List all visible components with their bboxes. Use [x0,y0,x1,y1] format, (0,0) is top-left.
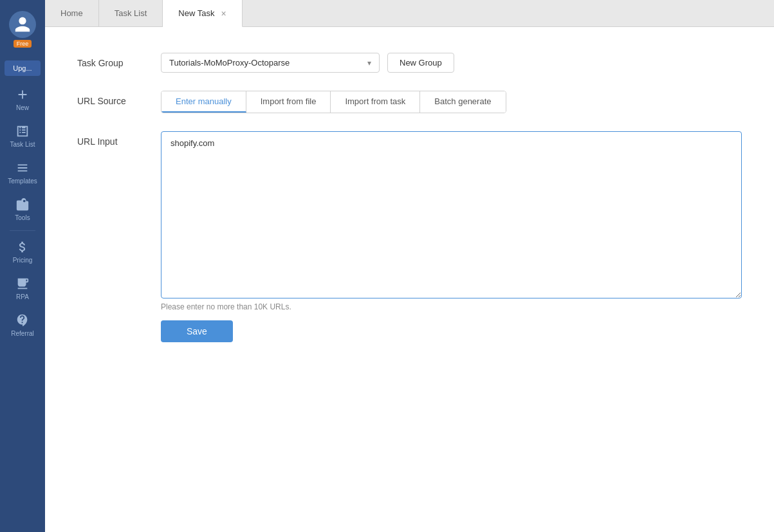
sidebar-item-tools-label: Tools [15,214,30,221]
sidebar-item-pricing-label: Pricing [13,257,33,264]
sidebar-item-tasklist[interactable]: Task List [0,118,45,154]
task-group-control: Tutorials-MoMoProxy-Octoparse ▾ New Grou… [161,53,742,73]
save-button[interactable]: Save [161,320,233,342]
new-group-button[interactable]: New Group [387,53,454,73]
templates-icon [15,161,30,175]
sidebar-item-tools[interactable]: Tools [0,191,45,228]
upgrade-button[interactable]: Upg... [5,60,41,76]
url-tab-import-task[interactable]: Import from task [331,91,420,113]
url-input-label: URL Input [77,131,161,147]
sidebar-item-rpa[interactable]: RPA [0,270,45,307]
sidebar-item-rpa-label: RPA [16,293,29,300]
task-group-dropdown[interactable]: Tutorials-MoMoProxy-Octoparse ▾ [161,53,380,73]
referral-icon [15,313,30,327]
sidebar-item-templates-label: Templates [8,178,37,185]
url-source-control: Enter manually Import from file Import f… [161,91,742,113]
url-tab-enter-manually[interactable]: Enter manually [161,91,246,113]
tab-newtask-label: New Task [178,8,214,18]
avatar [9,11,36,38]
url-source-row: URL Source Enter manually Import from fi… [77,91,742,113]
url-input-section: Please enter no more than 10K URLs. Save [161,131,742,342]
url-input-row: URL Input Please enter no more than 10K … [77,131,742,342]
sidebar-item-new-label: New [16,104,29,111]
main-area: Home Task List New Task × Task Group Tut… [45,0,774,532]
sidebar-item-templates[interactable]: Templates [0,154,45,191]
tab-bar: Home Task List New Task × [45,0,774,27]
url-tab-import-task-label: Import from task [345,96,405,106]
tab-tasklist[interactable]: Task List [99,0,163,26]
sidebar: Free Upg... New Task List Templates Tool… [0,0,45,532]
tab-home-label: Home [60,8,83,18]
sidebar-avatar-section: Free [0,0,45,58]
task-group-label: Task Group [77,53,161,68]
list-icon [15,124,30,138]
chevron-down-icon: ▾ [367,59,371,68]
tab-close-icon[interactable]: × [221,8,226,19]
sidebar-item-referral-label: Referral [11,330,34,337]
sidebar-item-referral[interactable]: Referral [0,307,45,344]
task-group-row: Task Group Tutorials-MoMoProxy-Octoparse… [77,53,742,73]
user-icon [14,15,32,33]
tab-tasklist-label: Task List [115,8,147,18]
form-content: Task Group Tutorials-MoMoProxy-Octoparse… [45,27,774,532]
task-group-value: Tutorials-MoMoProxy-Octoparse [169,58,290,68]
url-source-tabs: Enter manually Import from file Import f… [161,91,506,113]
plus-icon [15,87,30,102]
url-source-label: URL Source [77,91,161,106]
sidebar-item-new[interactable]: New [0,81,45,118]
tab-newtask[interactable]: New Task × [163,0,242,27]
url-hint-text: Please enter no more than 10K URLs. [161,302,742,311]
url-tab-batch-generate[interactable]: Batch generate [420,91,505,113]
pricing-icon [15,240,30,254]
tab-home[interactable]: Home [45,0,99,26]
url-tab-batch-generate-label: Batch generate [434,96,491,106]
sidebar-divider [10,230,35,231]
sidebar-item-tasklist-label: Task List [10,141,35,148]
rpa-icon [15,277,30,291]
tools-icon [15,197,30,212]
sidebar-item-pricing[interactable]: Pricing [0,234,45,270]
url-tab-import-file[interactable]: Import from file [246,91,331,113]
url-input-textarea[interactable] [161,131,742,298]
url-tab-enter-manually-label: Enter manually [176,96,232,106]
free-badge: Free [14,40,32,48]
url-tab-import-file-label: Import from file [261,96,317,106]
